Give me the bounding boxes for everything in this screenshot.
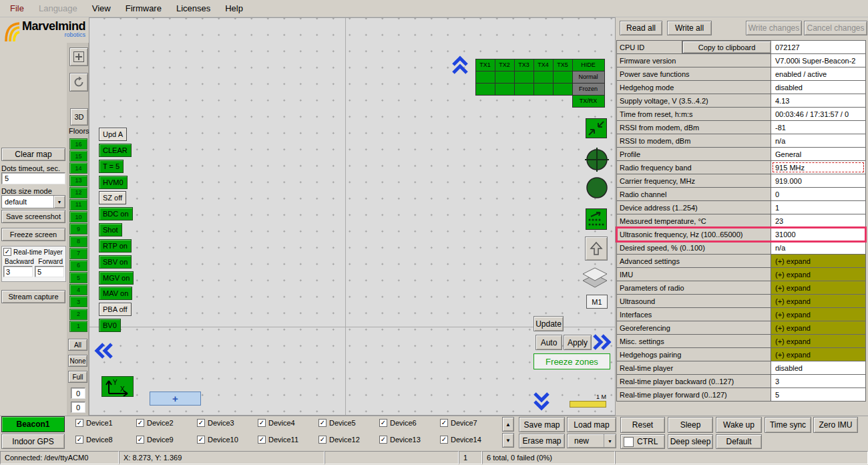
floor-cell-3[interactable]: 3 (69, 296, 87, 307)
rotate-tool-button[interactable] (69, 73, 88, 92)
device-item-device4[interactable]: ✓Device4 (258, 419, 318, 427)
load-map-button[interactable]: Load map (567, 417, 616, 432)
prop-expand-button[interactable]: (+) expand (771, 308, 865, 321)
ctrl-toggle[interactable]: CTRL (620, 434, 665, 449)
save-screenshot-button[interactable]: Save screenshot (1, 210, 65, 223)
menu-item-firmware[interactable]: Firmware (118, 0, 169, 17)
tx-header-tx2[interactable]: TX2 (495, 59, 515, 71)
tx-beacon-cell[interactable] (533, 71, 554, 84)
scroll-right-chevron[interactable] (592, 333, 612, 353)
floor-cell-5[interactable]: 5 (69, 272, 87, 283)
device-checkbox[interactable]: ✓ (136, 419, 144, 427)
device-scroll-down-button[interactable]: ▼ (502, 433, 514, 448)
prop-value[interactable]: 1 (771, 201, 865, 214)
reset-button[interactable]: Reset (620, 417, 665, 433)
prop-value[interactable]: 4.13 (771, 94, 865, 107)
sleep-button[interactable]: Sleep (668, 417, 713, 433)
prop-value[interactable]: 31000 (771, 228, 865, 241)
tx-beacon-cell[interactable] (514, 83, 534, 96)
select-none-button[interactable]: None (68, 355, 87, 367)
tx-header-tx4[interactable]: TX4 (533, 59, 554, 71)
scroll-up-chevron[interactable] (451, 55, 469, 78)
dropdown-arrow-icon[interactable]: ▼ (604, 434, 616, 448)
floor-cell-1[interactable]: 1 (69, 321, 87, 332)
floor-cell-12[interactable]: 12 (69, 187, 87, 198)
device-checkbox[interactable]: ✓ (258, 419, 266, 427)
layers-button[interactable] (580, 265, 610, 293)
map-action-sz-off[interactable]: SZ off (99, 191, 126, 204)
map-action-shot[interactable]: Shot (99, 223, 122, 237)
tx-hide-button[interactable]: HIDE (572, 59, 605, 71)
tx-beacon-cell[interactable] (553, 71, 573, 84)
device-item-device13[interactable]: ✓Device13 (379, 436, 440, 444)
prop-value[interactable]: n/a (771, 134, 865, 147)
freeze-screen-button[interactable]: Freeze screen (1, 228, 65, 241)
view-3d-button[interactable]: 3D (70, 108, 88, 126)
realtime-player-toggle[interactable]: ✓ Real-time Player (3, 248, 64, 256)
device-scroll-up-button[interactable]: ▲ (502, 417, 514, 432)
prop-expand-button[interactable]: (+) expand (771, 348, 865, 361)
device-item-device3[interactable]: ✓Device3 (197, 419, 258, 427)
tx-beacon-cell[interactable] (495, 71, 515, 84)
prop-value[interactable]: 0 (771, 188, 865, 200)
dots-timeout-input[interactable]: 5 (1, 172, 65, 184)
prop-value[interactable]: 23 (771, 214, 865, 227)
tx-beacon-cell[interactable] (553, 83, 573, 96)
stream-capture-button[interactable]: Stream capture (1, 290, 65, 303)
map-action-hvm0[interactable]: HVM0 (99, 176, 128, 189)
pan-tool-button[interactable] (69, 47, 88, 66)
forward-input[interactable]: 5 (35, 266, 64, 277)
menu-item-file[interactable]: File (3, 0, 31, 17)
map-action-pba-off[interactable]: PBA off (99, 303, 132, 316)
m1-button[interactable]: M1 (586, 295, 608, 309)
ctrl-checkbox[interactable] (624, 437, 634, 447)
cancel-changes-button[interactable]: Cancel changes (804, 21, 867, 35)
device-checkbox[interactable]: ✓ (379, 436, 387, 444)
map-action-clear[interactable]: CLEAR (99, 144, 132, 157)
marker-circle-button[interactable] (584, 174, 610, 203)
path-trace-button[interactable] (586, 208, 607, 232)
device-checkbox[interactable]: ✓ (440, 436, 448, 444)
floor-cell-11[interactable]: 11 (69, 199, 87, 210)
tx-normal-button[interactable]: Normal (572, 71, 605, 84)
device-checkbox[interactable]: ✓ (75, 419, 83, 427)
prop-value[interactable]: 072127 (771, 41, 865, 53)
floor-cell-13[interactable]: 13 (69, 175, 87, 186)
device-item-device12[interactable]: ✓Device12 (318, 436, 379, 444)
read-all-button[interactable]: Read all (620, 21, 662, 35)
scroll-left-chevron[interactable] (94, 342, 114, 361)
prop-value[interactable]: 5 (771, 388, 865, 401)
tx-txrx-button[interactable]: TX/RX (572, 95, 605, 108)
apply-button[interactable]: Apply (564, 335, 592, 350)
menu-item-view[interactable]: View (85, 0, 118, 17)
write-changes-button[interactable]: Write changes (746, 21, 802, 35)
device-item-device1[interactable]: ✓Device1 (75, 419, 136, 427)
prop-value[interactable]: enabled / active (771, 67, 865, 80)
menu-item-help[interactable]: Help (218, 0, 250, 17)
realtime-player-checkbox[interactable]: ✓ (3, 248, 11, 256)
freeze-zones-button[interactable]: Freeze zones (533, 353, 610, 369)
origin-marker-button[interactable] (584, 146, 610, 175)
floor-cell-8[interactable]: 8 (69, 236, 87, 247)
device-item-device9[interactable]: ✓Device9 (136, 436, 197, 444)
default-button[interactable]: Default (716, 434, 762, 449)
map-action-bv0[interactable]: BV0 (99, 319, 121, 332)
dots-size-dropdown[interactable]: default ▼ (1, 195, 65, 208)
backward-input[interactable]: 3 (3, 266, 33, 277)
zoom-in-button[interactable]: + (150, 392, 201, 406)
copy-to-clipboard-button[interactable]: Copy to clipboard (682, 41, 771, 53)
floor-cell-14[interactable]: 14 (69, 162, 87, 174)
prop-value[interactable]: 3 (771, 375, 865, 388)
device-checkbox[interactable]: ✓ (75, 436, 83, 444)
device-checkbox[interactable]: ✓ (440, 419, 448, 427)
device-checkbox[interactable]: ✓ (318, 436, 327, 444)
device-checkbox[interactable]: ✓ (379, 419, 387, 427)
prop-expand-button[interactable]: (+) expand (771, 295, 865, 307)
prop-expand-button[interactable]: (+) expand (771, 268, 865, 281)
device-item-device2[interactable]: ✓Device2 (136, 419, 197, 427)
prop-value[interactable]: 915 MHz (771, 161, 865, 174)
floor-cell-7[interactable]: 7 (69, 248, 87, 259)
device-item-device14[interactable]: ✓Device14 (440, 436, 501, 444)
zero-imu-button[interactable]: Zero IMU (813, 417, 858, 433)
clear-map-button[interactable]: Clear map (1, 148, 65, 161)
